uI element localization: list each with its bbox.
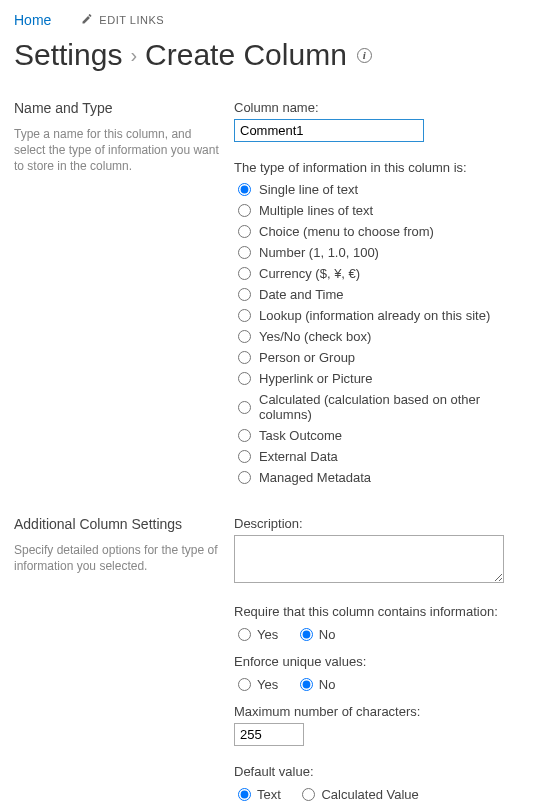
column-type-row[interactable]: Managed Metadata bbox=[234, 467, 531, 488]
maxchars-label: Maximum number of characters: bbox=[234, 704, 531, 719]
default-label: Default value: bbox=[234, 764, 531, 779]
column-type-row[interactable]: External Data bbox=[234, 446, 531, 467]
type-info-label: The type of information in this column i… bbox=[234, 160, 531, 175]
unique-label: Enforce unique values: bbox=[234, 654, 531, 669]
edit-links-button[interactable]: EDIT LINKS bbox=[81, 13, 164, 27]
require-no-radio[interactable] bbox=[300, 628, 313, 641]
column-type-row[interactable]: Yes/No (check box) bbox=[234, 326, 531, 347]
column-type-radio[interactable] bbox=[238, 288, 251, 301]
column-type-row[interactable]: Task Outcome bbox=[234, 425, 531, 446]
description-textarea[interactable] bbox=[234, 535, 504, 583]
column-type-row[interactable]: Hyperlink or Picture bbox=[234, 368, 531, 389]
default-calc-row[interactable]: Calculated Value bbox=[298, 785, 418, 804]
column-type-row[interactable]: Currency ($, ¥, €) bbox=[234, 263, 531, 284]
column-type-label: Person or Group bbox=[259, 350, 355, 365]
edit-links-label: EDIT LINKS bbox=[99, 14, 164, 26]
default-text-row[interactable]: Text bbox=[234, 785, 281, 804]
column-type-row[interactable]: Calculated (calculation based on other c… bbox=[234, 389, 531, 425]
default-text-label: Text bbox=[257, 787, 281, 802]
column-type-radio[interactable] bbox=[238, 351, 251, 364]
unique-no-label: No bbox=[319, 677, 336, 692]
default-calc-radio[interactable] bbox=[302, 788, 315, 801]
column-type-radio[interactable] bbox=[238, 401, 251, 414]
unique-radio-group: Yes No bbox=[234, 675, 531, 694]
breadcrumb-separator: › bbox=[130, 44, 137, 67]
column-type-label: Calculated (calculation based on other c… bbox=[259, 392, 531, 422]
pencil-icon bbox=[81, 13, 93, 27]
column-type-radio[interactable] bbox=[238, 204, 251, 217]
column-type-radio[interactable] bbox=[238, 309, 251, 322]
column-type-label: External Data bbox=[259, 449, 338, 464]
column-type-radio-list: Single line of textMultiple lines of tex… bbox=[234, 179, 531, 488]
maxchars-input[interactable] bbox=[234, 723, 304, 746]
unique-no-row[interactable]: No bbox=[296, 675, 336, 694]
column-type-label: Number (1, 1.0, 100) bbox=[259, 245, 379, 260]
column-type-label: Managed Metadata bbox=[259, 470, 371, 485]
breadcrumb-current: Create Column bbox=[145, 38, 347, 72]
unique-yes-radio[interactable] bbox=[238, 678, 251, 691]
column-type-radio[interactable] bbox=[238, 471, 251, 484]
require-label: Require that this column contains inform… bbox=[234, 604, 531, 619]
column-type-row[interactable]: Person or Group bbox=[234, 347, 531, 368]
require-yes-label: Yes bbox=[257, 627, 278, 642]
column-type-radio[interactable] bbox=[238, 183, 251, 196]
column-type-label: Lookup (information already on this site… bbox=[259, 308, 490, 323]
additional-description: Specify detailed options for the type of… bbox=[14, 542, 224, 574]
require-no-label: No bbox=[319, 627, 336, 642]
unique-no-radio[interactable] bbox=[300, 678, 313, 691]
info-icon[interactable]: i bbox=[357, 48, 372, 63]
column-type-radio[interactable] bbox=[238, 429, 251, 442]
unique-yes-row[interactable]: Yes bbox=[234, 675, 278, 694]
name-type-heading: Name and Type bbox=[14, 100, 224, 116]
column-type-row[interactable]: Date and Time bbox=[234, 284, 531, 305]
column-type-label: Task Outcome bbox=[259, 428, 342, 443]
column-type-label: Yes/No (check box) bbox=[259, 329, 371, 344]
column-type-radio[interactable] bbox=[238, 372, 251, 385]
column-type-label: Date and Time bbox=[259, 287, 344, 302]
top-nav: Home EDIT LINKS bbox=[14, 6, 531, 38]
column-type-radio[interactable] bbox=[238, 450, 251, 463]
column-type-radio[interactable] bbox=[238, 246, 251, 259]
column-type-radio[interactable] bbox=[238, 330, 251, 343]
column-type-label: Single line of text bbox=[259, 182, 358, 197]
name-type-description: Type a name for this column, and select … bbox=[14, 126, 224, 175]
column-type-label: Multiple lines of text bbox=[259, 203, 373, 218]
default-text-radio[interactable] bbox=[238, 788, 251, 801]
column-type-label: Currency ($, ¥, €) bbox=[259, 266, 360, 281]
description-label: Description: bbox=[234, 516, 531, 531]
column-type-label: Choice (menu to choose from) bbox=[259, 224, 434, 239]
require-yes-radio[interactable] bbox=[238, 628, 251, 641]
column-name-input[interactable] bbox=[234, 119, 424, 142]
column-type-row[interactable]: Lookup (information already on this site… bbox=[234, 305, 531, 326]
home-link[interactable]: Home bbox=[14, 12, 51, 28]
column-type-radio[interactable] bbox=[238, 267, 251, 280]
column-type-row[interactable]: Choice (menu to choose from) bbox=[234, 221, 531, 242]
default-calc-label: Calculated Value bbox=[321, 787, 418, 802]
require-radio-group: Yes No bbox=[234, 625, 531, 644]
column-type-radio[interactable] bbox=[238, 225, 251, 238]
column-name-label: Column name: bbox=[234, 100, 531, 115]
require-no-row[interactable]: No bbox=[296, 625, 336, 644]
additional-heading: Additional Column Settings bbox=[14, 516, 224, 532]
column-type-label: Hyperlink or Picture bbox=[259, 371, 372, 386]
section-name-type: Name and Type Type a name for this colum… bbox=[14, 100, 531, 488]
default-radio-group: Text Calculated Value bbox=[234, 785, 531, 804]
column-type-row[interactable]: Number (1, 1.0, 100) bbox=[234, 242, 531, 263]
unique-yes-label: Yes bbox=[257, 677, 278, 692]
breadcrumb-settings[interactable]: Settings bbox=[14, 38, 122, 72]
column-type-row[interactable]: Single line of text bbox=[234, 179, 531, 200]
column-type-row[interactable]: Multiple lines of text bbox=[234, 200, 531, 221]
require-yes-row[interactable]: Yes bbox=[234, 625, 278, 644]
page-title: Settings › Create Column i bbox=[14, 38, 531, 100]
section-additional: Additional Column Settings Specify detai… bbox=[14, 516, 531, 809]
